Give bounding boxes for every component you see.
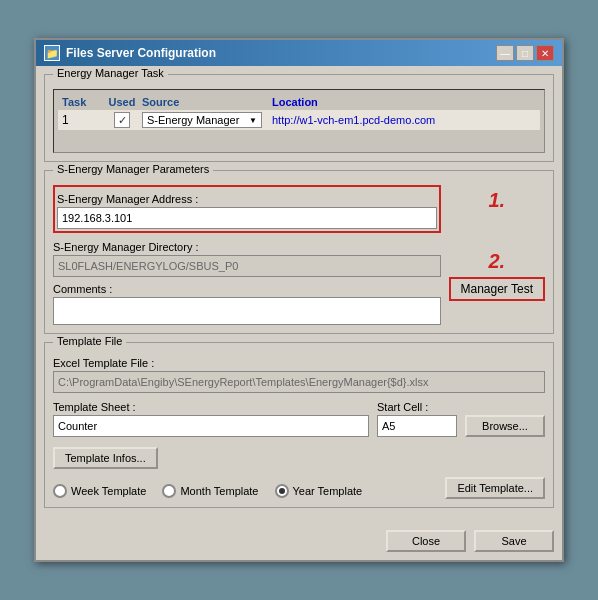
template-content: Excel Template File : Template Sheet : S… <box>53 357 545 499</box>
s-energy-group: S-Energy Manager Parameters S-Energy Man… <box>44 170 554 334</box>
params-main: S-Energy Manager Address : S-Energy Mana… <box>53 185 441 325</box>
source-cell: S-Energy Manager ▼ <box>142 112 272 128</box>
radio-month-circle[interactable] <box>162 484 176 498</box>
start-cell-label: Start Cell : <box>377 401 457 413</box>
browse-button[interactable]: Browse... <box>465 415 545 437</box>
table-header: Task Used Source Location <box>58 94 540 110</box>
location-cell: http://w1-vch-em1.pcd-demo.com <box>272 113 536 127</box>
start-cell-group: Start Cell : <box>377 397 457 437</box>
title-buttons: — □ ✕ <box>496 45 554 61</box>
address-label: S-Energy Manager Address : <box>57 193 437 205</box>
browse-area: Browse... <box>465 415 545 437</box>
source-value: S-Energy Manager <box>147 114 239 126</box>
address-red-box: S-Energy Manager Address : <box>53 185 441 233</box>
directory-input <box>53 255 441 277</box>
task-table: Task Used Source Location 1 ✓ S-Energy M… <box>53 89 545 153</box>
address-input[interactable] <box>57 207 437 229</box>
comments-input[interactable] <box>53 297 441 325</box>
save-button[interactable]: Save <box>474 530 554 552</box>
manager-test-button[interactable]: Manager Test <box>449 277 546 301</box>
table-row: 1 ✓ S-Energy Manager ▼ http://w1-vch-em <box>58 110 540 130</box>
template-file-group: Template File Excel Template File : Temp… <box>44 342 554 508</box>
energy-task-group-label: Energy Manager Task <box>53 67 168 79</box>
window-content: Energy Manager Task Task Used Source Loc… <box>36 66 562 524</box>
sheet-browse-row: Template Sheet : Start Cell : Browse... <box>53 397 545 437</box>
comments-label: Comments : <box>53 283 441 295</box>
edit-template-button[interactable]: Edit Template... <box>445 477 545 499</box>
sheet-input[interactable] <box>53 415 369 437</box>
radio-week-label: Week Template <box>71 485 146 497</box>
title-bar-left: 📁 Files Server Configuration <box>44 45 216 61</box>
minimize-button[interactable]: — <box>496 45 514 61</box>
template-infos-row: Template Infos... <box>53 441 545 469</box>
title-bar: 📁 Files Server Configuration — □ ✕ <box>36 40 562 66</box>
template-file-group-label: Template File <box>53 335 126 347</box>
header-location: Location <box>272 96 536 108</box>
radio-week: Week Template <box>53 484 146 498</box>
radio-month: Month Template <box>162 484 258 498</box>
radio-year-circle[interactable] <box>275 484 289 498</box>
s-energy-group-label: S-Energy Manager Parameters <box>53 163 213 175</box>
table-empty-row <box>58 130 540 148</box>
main-window: 📁 Files Server Configuration — □ ✕ Energ… <box>34 38 564 562</box>
source-dropdown[interactable]: S-Energy Manager ▼ <box>142 112 262 128</box>
close-window-button[interactable]: ✕ <box>536 45 554 61</box>
location-link[interactable]: http://w1-vch-em1.pcd-demo.com <box>272 114 435 126</box>
maximize-button[interactable]: □ <box>516 45 534 61</box>
header-source: Source <box>142 96 272 108</box>
window-title: Files Server Configuration <box>66 46 216 60</box>
energy-task-group: Energy Manager Task Task Used Source Loc… <box>44 74 554 162</box>
step1-label: 1. <box>488 189 505 212</box>
header-task: Task <box>62 96 102 108</box>
used-cell: ✓ <box>102 112 142 128</box>
template-infos-button[interactable]: Template Infos... <box>53 447 158 469</box>
excel-path-input <box>53 371 545 393</box>
checkmark-icon: ✓ <box>118 114 127 127</box>
footer-buttons: Close Save <box>36 524 562 560</box>
sheet-label: Template Sheet : <box>53 401 369 413</box>
task-checkbox[interactable]: ✓ <box>114 112 130 128</box>
step2-label: 2. <box>488 250 505 273</box>
dropdown-arrow-icon: ▼ <box>249 116 257 125</box>
directory-label: S-Energy Manager Directory : <box>53 241 441 253</box>
radio-group: Week Template Month Template Year Templa… <box>53 484 362 498</box>
window-icon: 📁 <box>44 45 60 61</box>
radio-edit-row: Week Template Month Template Year Templa… <box>53 477 545 499</box>
radio-year: Year Template <box>275 484 363 498</box>
sheet-cell: Template Sheet : <box>53 397 369 437</box>
excel-label: Excel Template File : <box>53 357 545 369</box>
radio-month-label: Month Template <box>180 485 258 497</box>
close-button[interactable]: Close <box>386 530 466 552</box>
start-cell-input[interactable] <box>377 415 457 437</box>
header-used: Used <box>102 96 142 108</box>
params-side: 1. 2. Manager Test <box>449 185 546 301</box>
radio-year-label: Year Template <box>293 485 363 497</box>
task-num: 1 <box>62 113 102 127</box>
radio-week-circle[interactable] <box>53 484 67 498</box>
